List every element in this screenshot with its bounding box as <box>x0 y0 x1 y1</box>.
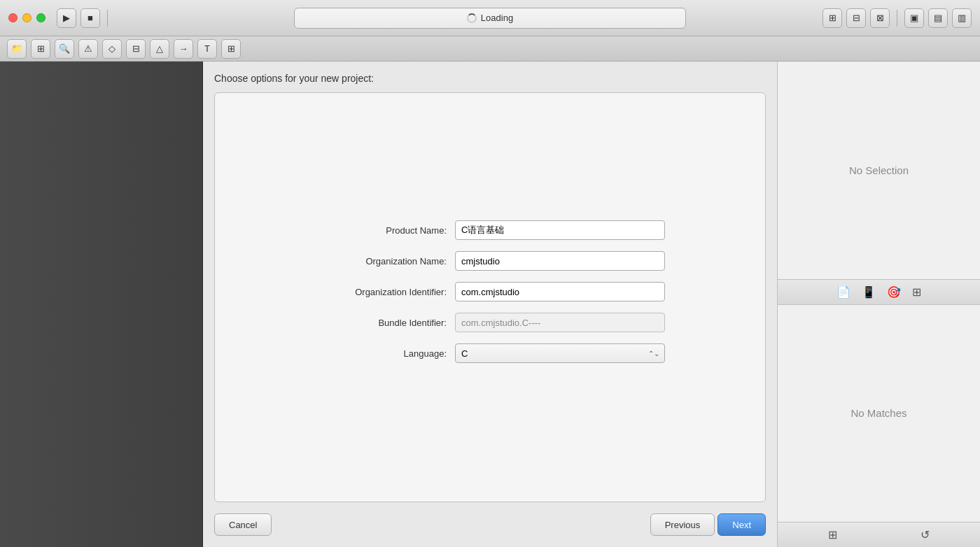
language-row: Language: C C++ Objective-C Swift <box>315 343 665 363</box>
language-select[interactable]: C C++ Objective-C Swift <box>455 343 665 363</box>
stop-button[interactable]: ■ <box>80 8 100 28</box>
right-panel: No Selection 📄 📱 🎯 ⊞ No Matches ⊞ ↺ <box>777 62 980 547</box>
right-panel-footer: ⊞ ↺ <box>778 522 980 547</box>
titlebar: ▶ ■ Loading ⊞ ⊟ ⊠ ▣ ▤ ▥ <box>0 0 980 36</box>
tb2-folder[interactable]: 📁 <box>7 39 27 59</box>
no-selection-text: No Selection <box>849 164 909 176</box>
tb2-text[interactable]: T <box>197 39 217 59</box>
panel-btn-3[interactable]: ⊠ <box>870 8 890 28</box>
no-matches-text: No Matches <box>850 407 906 419</box>
language-label: Language: <box>315 348 455 359</box>
form-area: Product Name: Organization Name: Organiz… <box>315 220 665 374</box>
org-name-input[interactable] <box>455 251 665 271</box>
center-panel: Choose options for your new project: Pro… <box>203 62 777 547</box>
dialog-box: Product Name: Organization Name: Organiz… <box>214 92 766 502</box>
previous-button[interactable]: Previous <box>650 513 715 536</box>
language-select-wrapper: C C++ Objective-C Swift <box>455 343 665 363</box>
nav-buttons: Previous Next <box>650 513 766 536</box>
next-button[interactable]: Next <box>718 513 766 536</box>
tb2-search[interactable]: 🔍 <box>55 39 74 59</box>
view-btn-3[interactable]: ▥ <box>952 8 972 28</box>
tb2-shape[interactable]: △ <box>150 39 169 59</box>
org-name-label: Organization Name: <box>315 256 455 267</box>
device-icon[interactable]: 📱 <box>862 285 876 299</box>
maximize-button[interactable] <box>36 13 46 22</box>
loading-bar: Loading <box>294 8 686 29</box>
bundle-identifier-label: Bundle Identifier: <box>315 318 455 328</box>
loading-spinner <box>467 13 477 23</box>
loading-text: Loading <box>481 13 513 23</box>
product-name-row: Product Name: <box>315 220 665 240</box>
bundle-identifier-row: Bundle Identifier: <box>315 313 665 332</box>
right-panel-bottom: No Matches <box>778 305 980 523</box>
tb2-bookmark[interactable]: ◇ <box>102 39 122 59</box>
right-panel-top: No Selection <box>778 62 980 280</box>
minimize-button[interactable] <box>22 13 31 22</box>
separator2 <box>897 10 897 27</box>
dialog-title: Choose options for your new project: <box>214 73 766 84</box>
main-area: Choose options for your new project: Pro… <box>0 62 980 547</box>
file-icon[interactable]: 📄 <box>836 285 850 299</box>
grid-icon[interactable]: ⊞ <box>912 285 921 299</box>
sidebar <box>0 62 203 547</box>
close-button[interactable] <box>8 13 18 22</box>
tb2-grid[interactable]: ⊞ <box>31 39 50 59</box>
separator <box>107 10 108 27</box>
org-identifier-input[interactable] <box>455 282 665 301</box>
tb2-table[interactable]: ⊟ <box>126 39 146 59</box>
org-identifier-row: Organization Identifier: <box>315 282 665 301</box>
right-toolbar: ⊞ ⊟ ⊠ ▣ ▤ ▥ <box>822 8 972 28</box>
toolbar2: 📁 ⊞ 🔍 ⚠ ◇ ⊟ △ → T ⊞ <box>0 36 980 62</box>
panel-btn-2[interactable]: ⊟ <box>846 8 866 28</box>
traffic-lights <box>8 13 46 22</box>
dialog-buttons: Cancel Previous Next <box>214 513 766 536</box>
view-btn-1[interactable]: ▣ <box>904 8 924 28</box>
right-panel-toolbar: 📄 📱 🎯 ⊞ <box>778 280 980 305</box>
product-name-input[interactable] <box>455 220 665 240</box>
footer-grid-icon[interactable]: ⊞ <box>828 528 837 541</box>
toolbar-controls: ▶ ■ <box>57 8 111 28</box>
target-icon[interactable]: 🎯 <box>887 285 901 299</box>
product-name-label: Product Name: <box>315 225 455 236</box>
tb2-arrow[interactable]: → <box>174 39 193 59</box>
view-btn-2[interactable]: ▤ <box>928 8 948 28</box>
org-name-row: Organization Name: <box>315 251 665 271</box>
tb2-grid2[interactable]: ⊞ <box>221 39 241 59</box>
footer-refresh-icon[interactable]: ↺ <box>920 528 930 541</box>
panel-btn-1[interactable]: ⊞ <box>822 8 842 28</box>
bundle-identifier-input <box>455 313 665 332</box>
play-button[interactable]: ▶ <box>57 8 76 28</box>
tb2-warning[interactable]: ⚠ <box>78 39 98 59</box>
org-identifier-label: Organization Identifier: <box>315 287 455 297</box>
cancel-button[interactable]: Cancel <box>214 513 272 536</box>
